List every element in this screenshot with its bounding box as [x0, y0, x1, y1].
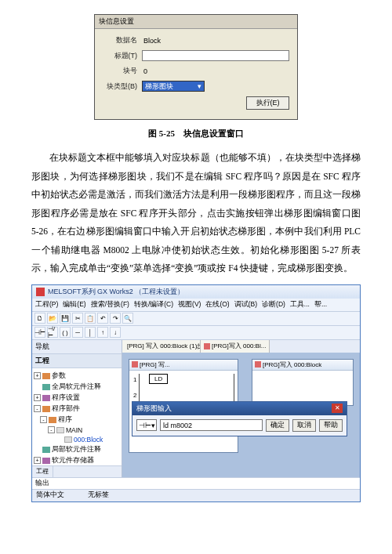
chevron-down-icon: ▾: [198, 82, 201, 90]
window-titlebar: MELSOFT系列 GX Works2 （工程未设置）: [32, 285, 360, 299]
tree-label: 程序设置: [52, 393, 80, 403]
file-icon: [132, 361, 138, 368]
project-tree[interactable]: +参数全局软元件注释+程序设置-程序部件-程序-MAIN000:Block局部软…: [32, 368, 122, 465]
editor-area: [PRG] 写入 000:Block (1)步 *[PRG]写入 000:Bl.…: [122, 340, 360, 477]
expand-icon[interactable]: -: [40, 416, 47, 423]
status-item: 无标签: [88, 491, 109, 500]
menu-bar[interactable]: 工程(P)编辑(E)搜索/替换(F)转换/编译(C)视图(V)在线(O)调试(B…: [32, 299, 360, 312]
toolbar-button[interactable]: 🗋: [34, 313, 45, 324]
field-label: 块号: [103, 66, 142, 76]
menu-item[interactable]: 转换/编译(C): [134, 300, 173, 310]
nav-bottom-tabs[interactable]: 工程: [32, 465, 122, 477]
nav-header: 导航: [32, 340, 122, 354]
tree-node[interactable]: -程序部件: [34, 404, 120, 415]
help-button[interactable]: 帮助: [319, 419, 343, 432]
toolbar-row-1[interactable]: 🗋 📂 💾 ✂ 📋 ↶ ↷ 🔍: [32, 312, 360, 326]
output-panel-header: 输出: [32, 477, 360, 489]
folder-icon: [49, 417, 56, 423]
block-type-select[interactable]: 梯形图块▾: [142, 81, 205, 92]
field-value: Block: [142, 37, 161, 45]
toolbar-button[interactable]: 📂: [47, 313, 58, 324]
nav-tab[interactable]: 工程: [32, 466, 53, 477]
toolbar-button[interactable]: ↑: [97, 327, 108, 338]
project-header: 工程: [32, 354, 122, 368]
menu-item[interactable]: 诊断(D): [262, 300, 285, 310]
ladder-rung[interactable]: 1 LD: [139, 374, 234, 389]
ladder-input-dialog: 梯形图输入 ✕ ⊣⊢▾ 确定 取消 帮助: [132, 401, 347, 436]
field-label: 块类型(B): [103, 81, 142, 92]
menu-item[interactable]: 编辑(E): [63, 300, 85, 310]
menu-item[interactable]: 工具...: [290, 300, 310, 310]
menu-item[interactable]: 工程(P): [35, 300, 58, 310]
menu-item[interactable]: 搜索/替换(F): [91, 300, 129, 310]
document-tab[interactable]: [PRG]写入 000:Bl...: [201, 340, 270, 353]
toolbar-button[interactable]: ─: [72, 327, 83, 338]
tree-label: 参数: [52, 371, 66, 381]
tree-node[interactable]: 局部软元件注释: [34, 444, 120, 455]
cancel-button[interactable]: 取消: [292, 419, 316, 432]
tree-node[interactable]: +程序设置: [34, 393, 120, 404]
instruction-input[interactable]: [160, 419, 263, 431]
figure-caption: 图 5-25 块信息设置窗口: [31, 128, 361, 139]
tree-node[interactable]: +参数: [34, 371, 120, 382]
folder-icon: [42, 395, 50, 401]
toolbar-button[interactable]: │: [85, 327, 96, 338]
tree-label: 局部软元件注释: [52, 445, 101, 454]
toolbar-button[interactable]: 📋: [85, 313, 96, 324]
ok-button[interactable]: 确定: [266, 419, 289, 432]
tree-node[interactable]: 全局软元件注释: [34, 382, 120, 393]
toolbar-button[interactable]: ↷: [110, 313, 121, 324]
gxworks-window: MELSOFT系列 GX Works2 （工程未设置） 工程(P)编辑(E)搜索…: [31, 284, 361, 502]
document-tabs[interactable]: [PRG] 写入 000:Block (1)步 *[PRG]写入 000:Bl.…: [122, 340, 360, 353]
toolbar-button[interactable]: 💾: [60, 313, 71, 324]
field-value: 0: [142, 67, 147, 75]
tree-node[interactable]: +软元件存储器: [34, 455, 120, 465]
tree-label: 程序: [58, 415, 72, 425]
menu-item[interactable]: 视图(V): [178, 300, 201, 310]
expand-icon[interactable]: +: [34, 372, 41, 379]
tree-label: 软元件存储器: [52, 456, 94, 465]
tree-node[interactable]: -MAIN: [34, 425, 120, 435]
tree-label: MAIN: [66, 426, 82, 434]
toolbar-button[interactable]: ✂: [72, 313, 83, 324]
dialog-title: 梯形图输入 ✕: [132, 402, 347, 415]
toolbar-button[interactable]: ( ): [60, 327, 71, 338]
expand-icon[interactable]: +: [34, 457, 41, 464]
folder-icon: [42, 458, 50, 464]
folder-icon: [42, 447, 50, 453]
mdi-title: [PRG]写入 000:Block: [252, 360, 353, 371]
toolbar-button[interactable]: ⊣/⊢: [47, 327, 58, 338]
dialog-title: 块信息设置: [95, 15, 297, 29]
file-icon: [204, 343, 210, 349]
tree-label: 000:Block: [74, 436, 103, 444]
expand-icon[interactable]: -: [34, 405, 41, 412]
expand-icon[interactable]: +: [34, 394, 41, 401]
menu-item[interactable]: 在线(O): [205, 300, 229, 310]
ld-instruction[interactable]: LD: [149, 374, 168, 384]
mdi-title: [PRG] 写...: [129, 360, 238, 371]
field-label: 数据名: [103, 35, 142, 45]
block-info-dialog: 块信息设置 数据名 Block 标题(T) 块号 0 块类型(B) 梯形图块▾: [94, 14, 298, 120]
status-bar: 简体中文 无标签: [32, 489, 360, 501]
file-icon: [255, 361, 261, 368]
instruction-type-select[interactable]: ⊣⊢▾: [136, 419, 157, 431]
tree-node[interactable]: -程序: [34, 415, 120, 425]
block-title-input[interactable]: [142, 50, 289, 61]
document-tab[interactable]: [PRG] 写入 000:Block (1)步 *: [122, 340, 201, 353]
tree-label: 程序部件: [52, 404, 80, 414]
folder-icon: [42, 406, 50, 412]
expand-icon[interactable]: -: [48, 426, 55, 433]
chevron-down-icon: ▾: [151, 422, 155, 429]
menu-item[interactable]: 调试(B): [234, 300, 257, 310]
execute-button[interactable]: 执行(E): [246, 96, 289, 110]
toolbar-button[interactable]: ↶: [97, 313, 108, 324]
toolbar-row-2[interactable]: ⊣⊢ ⊣/⊢ ( ) ─ │ ↑ ↓: [32, 326, 360, 340]
toolbar-button[interactable]: 🔍: [122, 313, 133, 324]
tree-node[interactable]: 000:Block: [34, 435, 120, 444]
menu-item[interactable]: 帮...: [314, 300, 327, 310]
body-paragraph: 在块标题文本框中能够填入对应块标题（也能够不填），在块类型中选择梯形图块，为何选…: [31, 149, 361, 278]
toolbar-button[interactable]: ↓: [110, 327, 121, 338]
close-button[interactable]: ✕: [332, 404, 343, 413]
folder-icon: [42, 373, 50, 379]
toolbar-button[interactable]: ⊣⊢: [34, 327, 45, 338]
